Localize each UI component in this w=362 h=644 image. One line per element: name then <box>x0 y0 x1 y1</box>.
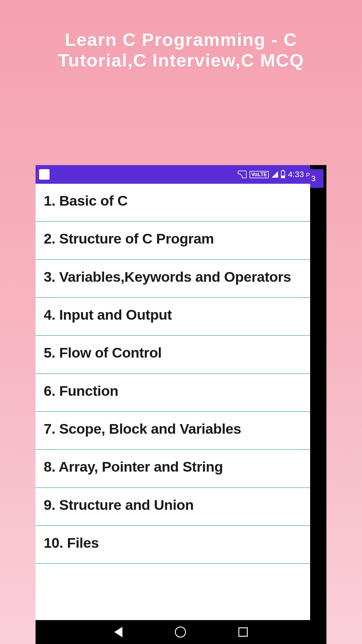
topic-item-struct-union[interactable]: 9. Structure and Union <box>36 488 311 526</box>
topic-item-basic[interactable]: 1. Basic of C <box>36 184 311 222</box>
topic-item-function[interactable]: 6. Function <box>36 374 311 412</box>
battery-icon <box>281 171 285 178</box>
topic-item-flow[interactable]: 5. Flow of Control <box>36 336 311 374</box>
edge-time-hint: 3 <box>310 169 324 188</box>
recent-apps-button-icon[interactable] <box>238 627 248 637</box>
volte-badge: VoLTE <box>249 171 269 178</box>
home-button-icon[interactable] <box>175 626 186 638</box>
notification-icon <box>39 169 50 180</box>
back-button-icon[interactable] <box>114 627 122 637</box>
topic-item-input-output[interactable]: 4. Input and Output <box>36 298 311 336</box>
status-right: VoLTE 4:33 PM <box>238 170 315 179</box>
page-title: Learn C Programming - C Tutorial,C Inter… <box>0 0 362 71</box>
topic-item-variables[interactable]: 3. Variables,Keywords and Operators <box>36 260 311 298</box>
status-bar: VoLTE 4:33 PM <box>36 165 318 184</box>
topic-item-structure[interactable]: 2. Structure of C Program <box>36 222 311 260</box>
edge-bar: 3 <box>310 165 318 620</box>
phone-frame: VoLTE 4:33 PM 1. Basic of C 2. Structure… <box>36 165 326 644</box>
android-nav-bar <box>36 620 326 644</box>
topic-item-scope[interactable]: 7. Scope, Block and Variables <box>36 412 311 450</box>
status-left <box>39 169 50 180</box>
topic-item-files[interactable]: 10. Files <box>36 526 311 564</box>
time-value: 4:33 <box>288 170 304 179</box>
signal-icon <box>272 171 278 178</box>
topic-list: 1. Basic of C 2. Structure of C Program … <box>36 184 311 564</box>
phone-screen: VoLTE 4:33 PM 1. Basic of C 2. Structure… <box>36 165 318 620</box>
cast-icon <box>238 171 247 178</box>
topic-item-array[interactable]: 8. Array, Pointer and String <box>36 450 311 488</box>
